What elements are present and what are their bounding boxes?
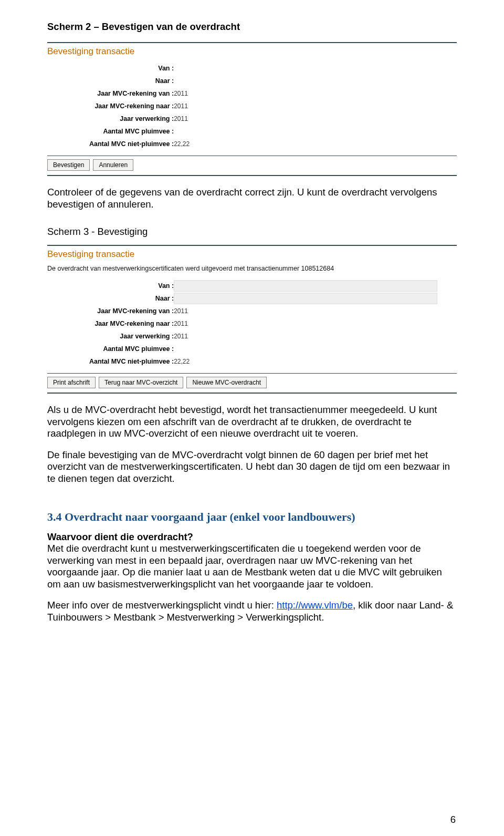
waarvoor-question: Waarvoor dient die overdracht? [47,531,193,542]
value-jaar-naar: 2011 [174,100,310,112]
panel-intro: De overdracht van mestverwerkingscertifi… [47,265,457,272]
nieuwe-button[interactable]: Nieuwe MVC-overdracht [186,377,267,388]
label-naar: Naar [89,75,174,87]
label-van-2: Van [89,280,174,292]
value-niet-pluimvee: 22,22 [174,138,310,150]
label-pluimvee-2: Aantal MVC pluimvee [89,343,174,355]
label-jaar-van: Jaar MVC-rekening van [89,87,174,100]
label-naar-2: Naar [89,292,174,305]
label-niet-pluimvee-2: Aantal MVC niet-pluimvee [89,355,174,368]
text-als-u: Als u de MVC-overdracht hebt bevestigd, … [47,404,457,440]
print-button[interactable]: Print afschrift [47,377,96,388]
value-jaar-naar-2: 2011 [174,317,437,330]
panel-bevestigen: Bevestiging transactie Van Naar Jaar MVC… [47,42,457,176]
heading-scherm3: Scherm 3 - Bevestiging [47,226,457,238]
value-niet-pluimvee-2: 22,22 [174,355,437,368]
waarvoor-answer: Met die overdracht kunt u mestverwerking… [47,543,442,590]
redacted-block [174,293,437,304]
label-jaar-naar-2: Jaar MVC-rekening naar [89,317,174,330]
heading-34: 3.4 Overdracht naar voorgaand jaar (enke… [47,510,457,524]
label-van: Van [89,62,174,75]
meer-info-block: Meer info over de mestverwerkingsplicht … [47,600,457,623]
heading-scherm2: Scherm 2 – Bevestigen van de overdracht [47,21,457,33]
value-van [174,62,310,75]
waarvoor-block: Waarvoor dient die overdracht? Met die o… [47,531,457,591]
value-pluimvee [174,125,310,138]
button-row-2: Print afschrift Terug naar MVC-overzicht… [47,373,457,394]
button-row-1: Bevestigen Annuleren [47,156,457,176]
label-jaar-van-2: Jaar MVC-rekening van [89,305,174,317]
value-van-2 [174,280,437,292]
value-jaar-verwerking: 2011 [174,112,310,125]
meer-info-link[interactable]: http://www.vlm/be [277,600,353,611]
value-jaar-verwerking-2: 2011 [174,330,437,343]
label-jaar-verwerking-2: Jaar verwerking [89,330,174,343]
form-table-1: Van Naar Jaar MVC-rekening van 2011 Jaar… [89,62,310,150]
text-controleer: Controleer of de gegevens van de overdra… [47,187,457,210]
redacted-block [174,280,437,292]
page-number: 6 [450,814,456,825]
label-pluimvee: Aantal MVC pluimvee [89,125,174,138]
label-niet-pluimvee: Aantal MVC niet-pluimvee [89,138,174,150]
value-pluimvee-2 [174,343,437,355]
panel-bevestiging: Bevestiging transactie De overdracht van… [47,245,457,394]
panel-title-2: Bevestiging transactie [47,249,457,260]
label-jaar-naar: Jaar MVC-rekening naar [89,100,174,112]
value-jaar-van-2: 2011 [174,305,437,317]
value-jaar-van: 2011 [174,87,310,100]
form-table-2: Van Naar Jaar MVC-rekening van 2011 Jaar… [89,280,437,368]
bevestigen-button[interactable]: Bevestigen [47,159,90,171]
value-naar [174,75,310,87]
text-de-finale: De finale bevestiging van de MVC-overdra… [47,449,457,485]
label-jaar-verwerking: Jaar verwerking [89,112,174,125]
terug-button[interactable]: Terug naar MVC-overzicht [99,377,183,388]
value-naar-2 [174,292,437,305]
annuleren-button[interactable]: Annuleren [93,159,133,171]
meer-info-pre: Meer info over de mestverwerkingsplicht … [47,600,277,611]
panel-title: Bevestiging transactie [47,46,457,57]
